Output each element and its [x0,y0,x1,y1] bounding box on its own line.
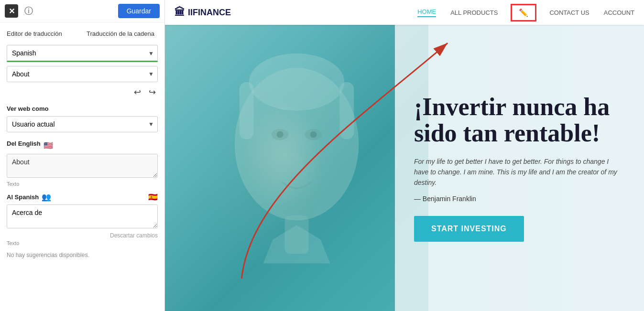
close-button[interactable]: ✕ [5,4,18,18]
user-dropdown-wrapper: Usuario actual Admin Guest ▼ [7,116,158,132]
svg-rect-3 [339,82,354,139]
editor-label: Editor de traducción [7,28,81,39]
people-icon: 👥 [42,193,51,202]
svg-point-7 [310,131,317,138]
nav-home[interactable]: HOME [417,8,436,17]
discard-button[interactable]: Descartar cambios [110,232,158,239]
us-flag-icon: 🇺🇸 [44,141,53,150]
svg-rect-2 [240,82,254,139]
pencil-edit-icon: ✏️ [519,9,528,17]
hero-headline: ¡Invertir nunca ha sido tan rentable! [414,94,625,146]
guardar-button[interactable]: Guardar [118,4,160,18]
franklin-face-svg [165,25,428,311]
translation-editor-panel: ✕ ⓘ Guardar Editor de traducción Traducc… [0,0,165,311]
ver-web-label: Ver web como [7,105,158,112]
user-select[interactable]: Usuario actual Admin Guest [7,116,158,132]
no-suggestions-text: No hay sugerencias disponibles. [7,252,158,258]
panel-columns: Editor de traducción Traducción de la ca… [7,28,158,39]
cadena-label: Traducción de la cadena [83,28,158,39]
del-english-header: Del English 🇺🇸 [7,140,158,151]
logo-icon: 🏛 [175,6,185,19]
info-button[interactable]: ⓘ [22,4,35,18]
language-dropdown-wrapper: Spanish French German Italian Portuguese… [7,45,158,62]
nav-links: HOME ALL PRODUCTS ✏️ CONTACT US ACCOUNT [417,5,634,20]
redo-button[interactable]: ↪ [147,86,158,98]
hero-author: — Benjamin Franklin [414,195,625,203]
panel-header: ✕ ⓘ Guardar [0,0,164,22]
website-preview: 🏛 IIFINANCE HOME ALL PRODUCTS ✏️ CONTACT… [165,0,644,311]
texto-label-1: Texto [7,181,158,187]
site-logo: 🏛 IIFINANCE [175,6,231,19]
language-select[interactable]: Spanish French German Italian Portuguese [7,45,158,62]
hero-content: ¡Invertir nunca ha sido tan rentable! Fo… [395,25,644,311]
es-flag-icon: 🇪🇸 [148,193,158,202]
nav-account[interactable]: ACCOUNT [604,9,634,16]
al-spanish-label: Al Spanish [7,193,39,201]
string-select[interactable]: About Home Contact Products Account [7,66,158,82]
svg-point-8 [290,154,304,173]
del-english-textarea[interactable]: About [7,154,158,178]
al-spanish-textarea[interactable]: Acerca de [7,204,158,228]
svg-point-1 [249,54,345,111]
hero-quote: For my life to get better I have to get … [414,156,625,188]
panel-body: Editor de traducción Traducción de la ca… [0,22,164,311]
hero-section: ¡Invertir nunca ha sido tan rentable! Fo… [165,25,644,311]
logo-text: IIFINANCE [188,8,231,18]
del-english-textarea-wrapper: About [7,154,158,180]
del-english-label: Del English [7,140,41,147]
cta-button[interactable]: START INVESTING [414,216,524,242]
nav-all-products[interactable]: ALL PRODUCTS [450,9,498,16]
nav-contact-us[interactable]: CONTACT US [549,9,589,16]
texto-label-2: Texto [7,240,158,246]
nav-acerca-de[interactable]: ✏️ [512,5,535,20]
discard-row: Descartar cambios [7,232,158,239]
undo-button[interactable]: ↩ [132,86,143,98]
undo-redo-controls: ↩ ↪ [7,86,158,98]
hero-background-face [165,25,428,311]
svg-point-6 [277,131,284,138]
al-spanish-textarea-wrapper: Acerca de [7,204,158,230]
string-dropdown-wrapper: About Home Contact Products Account ▼ [7,66,158,82]
al-spanish-header: Al Spanish 👥 🇪🇸 [7,193,158,202]
site-nav: 🏛 IIFINANCE HOME ALL PRODUCTS ✏️ CONTACT… [165,0,644,25]
